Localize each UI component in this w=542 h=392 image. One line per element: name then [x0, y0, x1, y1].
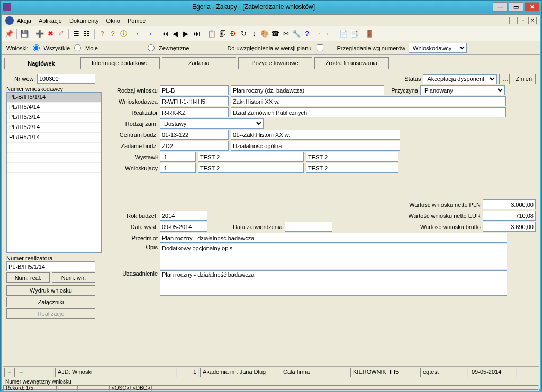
- arrow2-icon[interactable]: ←: [323, 29, 333, 39]
- fwd-icon[interactable]: ▶: [181, 29, 191, 39]
- clear-icon[interactable]: ✐: [56, 29, 66, 39]
- back-icon[interactable]: ◀: [170, 29, 180, 39]
- close-button[interactable]: ✕: [525, 2, 539, 12]
- radio-zewnetrzne[interactable]: [148, 44, 155, 51]
- content-area: Nr wew. Numer wnioskodawcy PL-B/IH5/1/14…: [2, 69, 540, 358]
- wystawil-d1-input[interactable]: [198, 152, 304, 162]
- edit-icon[interactable]: ☷: [82, 29, 92, 39]
- zalaczniki-button[interactable]: Załączniki: [6, 297, 95, 307]
- wydruk-button[interactable]: Wydruk wniosku: [6, 285, 95, 296]
- przyczyna-select[interactable]: Planowany: [420, 85, 505, 95]
- doc1-icon[interactable]: 📄: [339, 29, 348, 39]
- tab-naglowek[interactable]: Nagłówek: [4, 58, 78, 69]
- save-icon[interactable]: 💾: [20, 29, 29, 39]
- rodzajz-select[interactable]: Dostawy: [160, 118, 264, 129]
- tb3-icon[interactable]: Đ: [228, 29, 238, 39]
- num-real-button[interactable]: Num. real.: [6, 272, 50, 283]
- wystawil-d2-input[interactable]: [306, 152, 398, 162]
- last-icon[interactable]: ⏭: [192, 29, 201, 39]
- numer-realizatora-input[interactable]: [6, 261, 95, 271]
- list-item[interactable]: PL/IH5/4/14: [7, 103, 101, 113]
- help4-icon[interactable]: ?: [302, 29, 312, 39]
- list-item[interactable]: PL/IH5/1/14: [7, 133, 101, 143]
- realizacje-button: Realizacje: [6, 308, 95, 319]
- mdi-minimize-button[interactable]: -: [509, 17, 518, 24]
- realiz-code-input[interactable]: [160, 107, 229, 117]
- delete-icon[interactable]: ✖: [46, 29, 55, 39]
- tab-info-dodatkowe[interactable]: Informacje dodatkowe: [80, 57, 160, 69]
- sort-icon[interactable]: ↕: [249, 29, 259, 39]
- wart3-input[interactable]: [483, 222, 536, 232]
- phone-icon[interactable]: ☎: [270, 29, 280, 39]
- exit-icon[interactable]: 🚪: [365, 29, 374, 39]
- list-icon[interactable]: ☰: [71, 29, 81, 39]
- list-wnioskodawcy[interactable]: PL-B/IH5/1/14 PL/IH5/4/14 PL/IH5/3/14 PL…: [6, 92, 102, 253]
- tool-icon[interactable]: 🔧: [292, 29, 301, 39]
- nav-next-button[interactable]: →: [16, 368, 26, 377]
- wnioskuj-d2-input[interactable]: [306, 163, 398, 173]
- menu-akcja[interactable]: Akcja: [17, 17, 31, 24]
- menu-aplikacje[interactable]: Aplikacje: [39, 17, 62, 24]
- help3-icon[interactable]: ⓘ: [119, 29, 128, 39]
- zadanie-code-input[interactable]: [160, 141, 229, 151]
- wart1-input[interactable]: [483, 199, 536, 209]
- menu-okno[interactable]: Okno: [106, 17, 120, 24]
- first-icon[interactable]: ⏮: [160, 29, 169, 39]
- list-item[interactable]: PL-B/IH5/1/14: [7, 93, 101, 103]
- realiz-desc-input[interactable]: [231, 107, 506, 117]
- menu-pomoc[interactable]: Pomoc: [128, 17, 146, 24]
- opis-label: Opis: [105, 244, 158, 250]
- maximize-button[interactable]: ▭: [509, 2, 523, 12]
- mdi-restore-button[interactable]: ▫: [519, 17, 527, 24]
- datazatw-input[interactable]: [285, 222, 332, 232]
- zadanie-desc-input[interactable]: [231, 141, 400, 151]
- wart2-input[interactable]: [483, 211, 536, 221]
- centrum-desc-input[interactable]: [231, 130, 400, 140]
- rodzajz-label: Rodzaj zam.: [105, 121, 158, 127]
- prev-icon[interactable]: ←: [134, 29, 143, 39]
- add-icon[interactable]: ➕: [35, 29, 44, 39]
- doc2-icon[interactable]: 📑: [349, 29, 359, 39]
- radio-wszystkie[interactable]: [33, 44, 40, 51]
- minimize-button[interactable]: —: [493, 2, 508, 12]
- num-wn-button[interactable]: Num. wn.: [52, 272, 95, 283]
- wnioskuj-code-input[interactable]: [160, 163, 196, 173]
- status-select[interactable]: Akceptacja dysponent: [423, 74, 497, 84]
- filter-icon[interactable]: 🎨: [260, 29, 269, 39]
- refresh-icon[interactable]: ↻: [239, 29, 248, 39]
- radio-moje[interactable]: [74, 44, 81, 51]
- wniosk-desc-input[interactable]: [231, 96, 506, 106]
- view-by-select[interactable]: Wnioskodawcy: [409, 43, 467, 53]
- plan-checkbox[interactable]: [317, 44, 323, 51]
- status-lookup-button[interactable]: ...: [499, 74, 510, 84]
- rok-input[interactable]: [160, 211, 207, 221]
- nav-prev-button[interactable]: ←: [4, 368, 15, 377]
- mdi-close-button[interactable]: ×: [528, 17, 537, 24]
- tab-zrodla[interactable]: Źródła finansowania: [314, 57, 389, 69]
- tb1-icon[interactable]: 📋: [207, 29, 216, 39]
- mail-icon[interactable]: ✉: [281, 29, 291, 39]
- opis-textarea[interactable]: Dodatkowy opcjonalny opis: [160, 244, 507, 269]
- help1-icon[interactable]: ?: [97, 29, 107, 39]
- arrow1-icon[interactable]: →: [313, 29, 322, 39]
- zmien-button[interactable]: Zmień: [512, 74, 536, 84]
- centrum-code-input[interactable]: [160, 130, 229, 140]
- przedmiot-input[interactable]: [160, 233, 507, 243]
- nr-wew-input[interactable]: [37, 74, 95, 84]
- pin-icon[interactable]: 📌: [4, 29, 14, 39]
- tab-pozycje[interactable]: Pozycje towarowe: [238, 57, 312, 69]
- tb2-icon[interactable]: 🗐: [218, 29, 227, 39]
- tab-zadania[interactable]: Zadania: [162, 57, 236, 69]
- help2-icon[interactable]: ?: [108, 29, 118, 39]
- wnioskuj-d1-input[interactable]: [198, 163, 304, 173]
- list-item[interactable]: PL/IH5/2/14: [7, 123, 101, 133]
- datawyst-input[interactable]: [160, 222, 207, 232]
- wniosk-code-input[interactable]: [160, 96, 229, 106]
- menu-dokumenty[interactable]: Dokumenty: [69, 17, 99, 24]
- rodzajw-code-input[interactable]: [160, 85, 229, 95]
- wystawil-code-input[interactable]: [160, 152, 196, 162]
- list-item[interactable]: PL/IH5/3/14: [7, 113, 101, 123]
- rodzajw-desc-input[interactable]: [231, 85, 384, 95]
- next-icon[interactable]: →: [144, 29, 154, 39]
- uzas-textarea[interactable]: Plan roczny - działalność badawcza: [160, 270, 507, 296]
